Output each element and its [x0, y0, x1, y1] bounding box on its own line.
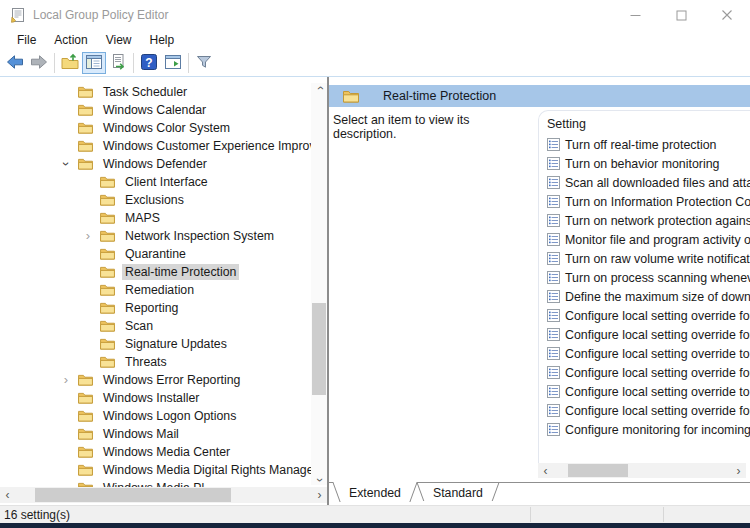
- setting-row[interactable]: Configure local setting override to t: [539, 382, 750, 401]
- folder-icon: [100, 212, 116, 225]
- tab-extended[interactable]: Extended: [333, 482, 417, 504]
- tree-vertical-scrollbar[interactable]: › ›: [311, 83, 327, 485]
- local-group-policy-editor-window: Local Group Policy Editor FileActionView…: [0, 0, 750, 528]
- scroll-right-icon[interactable]: ›: [731, 466, 746, 476]
- tree-horizontal-scrollbar[interactable]: ‹ ›: [0, 487, 327, 503]
- tree-item[interactable]: Windows Color System: [0, 119, 327, 137]
- policy-setting-icon: [547, 176, 560, 189]
- console-tree-pane: Task Scheduler Windows Calendar Windows …: [0, 77, 327, 505]
- toolbar-back-button[interactable]: [3, 52, 27, 74]
- folder-icon: [100, 284, 116, 297]
- tree-item[interactable]: Real-time Protection: [0, 263, 327, 281]
- policy-setting-icon: [547, 233, 560, 246]
- setting-column-header[interactable]: Setting: [539, 111, 750, 135]
- tree-item[interactable]: Threats: [0, 353, 327, 371]
- maximize-button[interactable]: [658, 0, 704, 30]
- scroll-left-icon[interactable]: ‹: [0, 490, 15, 500]
- tree-item[interactable]: Remediation: [0, 281, 327, 299]
- tree-item[interactable]: Windows Mail: [0, 425, 327, 443]
- toolbar-forward-button[interactable]: [27, 52, 51, 74]
- scrollbar-thumb[interactable]: [35, 488, 231, 502]
- scroll-right-icon[interactable]: ›: [312, 490, 327, 500]
- list-horizontal-scrollbar[interactable]: ‹ ›: [538, 463, 746, 478]
- folder-icon: [78, 86, 94, 99]
- settings-list-panel: Setting Turn off real-time protection Tu…: [538, 110, 750, 464]
- setting-row[interactable]: Monitor file and program activity on: [539, 230, 750, 249]
- setting-row[interactable]: Turn off real-time protection: [539, 135, 750, 154]
- setting-row[interactable]: Scan all downloaded files and attach: [539, 173, 750, 192]
- toolbar-show-action-pane-button[interactable]: [161, 52, 185, 74]
- folder-icon: [78, 446, 94, 459]
- policy-setting-icon: [547, 252, 560, 265]
- setting-row[interactable]: Configure local setting override to t: [539, 344, 750, 363]
- details-body: Select an item to view its description. …: [329, 107, 750, 482]
- menu-help[interactable]: Help: [141, 31, 184, 49]
- tree-item[interactable]: › Windows Defender: [0, 155, 327, 173]
- tree-item[interactable]: Reporting: [0, 299, 327, 317]
- tree-item[interactable]: Task Scheduler: [0, 83, 327, 101]
- scrollbar-thumb[interactable]: [312, 303, 326, 395]
- folder-icon: [343, 90, 359, 103]
- chevron-icon[interactable]: ›: [80, 229, 96, 243]
- setting-row[interactable]: Configure local setting override for: [539, 401, 750, 420]
- menu-action[interactable]: Action: [45, 31, 96, 49]
- filter-icon: [194, 52, 214, 75]
- export-list-icon: [108, 52, 128, 75]
- folder-icon: [78, 410, 94, 423]
- show-console-tree-icon: [84, 52, 104, 75]
- status-separator: [530, 507, 531, 522]
- policy-setting-icon: [547, 290, 560, 303]
- policy-setting-icon: [547, 138, 560, 151]
- toolbar-filter-button[interactable]: [192, 52, 216, 74]
- toolbar-up-one-level-button[interactable]: [58, 52, 82, 74]
- folder-icon: [78, 122, 94, 135]
- scroll-down-icon[interactable]: ›: [314, 473, 324, 488]
- tree-item[interactable]: › Network Inspection System: [0, 227, 327, 245]
- setting-row[interactable]: Turn on network protection against: [539, 211, 750, 230]
- folder-icon: [78, 140, 94, 153]
- policy-setting-icon: [547, 271, 560, 284]
- setting-row[interactable]: Define the maximum size of downlo: [539, 287, 750, 306]
- scroll-left-icon[interactable]: ‹: [538, 466, 553, 476]
- tree-item[interactable]: Windows Installer: [0, 389, 327, 407]
- window-title: Local Group Policy Editor: [33, 8, 612, 22]
- tree-item[interactable]: Windows Calendar: [0, 101, 327, 119]
- tree-item[interactable]: Exclusions: [0, 191, 327, 209]
- tree-item[interactable]: Signature Updates: [0, 335, 327, 353]
- setting-row[interactable]: Turn on process scanning whenever: [539, 268, 750, 287]
- toolbar: ?: [0, 50, 750, 77]
- setting-row[interactable]: Configure local setting override for: [539, 363, 750, 382]
- setting-row[interactable]: Configure local setting override for: [539, 306, 750, 325]
- tree-item[interactable]: Windows Customer Experience Improv: [0, 137, 327, 155]
- tree-item[interactable]: Quarantine: [0, 245, 327, 263]
- tree-item[interactable]: Windows Media Digital Rights Manage: [0, 461, 327, 479]
- scrollbar-thumb[interactable]: [568, 464, 628, 477]
- setting-row[interactable]: Turn on Information Protection Con: [539, 192, 750, 211]
- setting-row[interactable]: Configure monitoring for incoming: [539, 420, 750, 439]
- chevron-icon[interactable]: ›: [59, 156, 73, 172]
- toolbar-show-console-tree-button[interactable]: [82, 52, 106, 74]
- details-header-bar: Real-time Protection: [329, 85, 750, 107]
- close-button[interactable]: [704, 0, 750, 30]
- policy-setting-icon: [547, 423, 560, 436]
- menu-view[interactable]: View: [97, 31, 141, 49]
- chevron-icon[interactable]: ›: [58, 373, 74, 387]
- setting-row[interactable]: Configure local setting override for: [539, 325, 750, 344]
- menu-file[interactable]: File: [8, 31, 45, 49]
- tree-item[interactable]: Windows Media Center: [0, 443, 327, 461]
- setting-row[interactable]: Turn on behavior monitoring: [539, 154, 750, 173]
- toolbar-help-button[interactable]: ?: [137, 52, 161, 74]
- tree-item[interactable]: Windows Logon Options: [0, 407, 327, 425]
- tab-standard[interactable]: Standard: [417, 483, 499, 503]
- help-icon: ?: [139, 52, 159, 75]
- settings-list: Turn off real-time protection Turn on be…: [539, 135, 750, 439]
- menu-bar: FileActionViewHelp: [0, 30, 750, 50]
- tree-item[interactable]: MAPS: [0, 209, 327, 227]
- tree-item[interactable]: Client Interface: [0, 173, 327, 191]
- tree-item[interactable]: Scan: [0, 317, 327, 335]
- toolbar-export-list-button[interactable]: [106, 52, 130, 74]
- setting-row[interactable]: Turn on raw volume write notificatio: [539, 249, 750, 268]
- minimize-button[interactable]: [612, 0, 658, 30]
- policy-setting-icon: [547, 366, 560, 379]
- tree-item[interactable]: › Windows Error Reporting: [0, 371, 327, 389]
